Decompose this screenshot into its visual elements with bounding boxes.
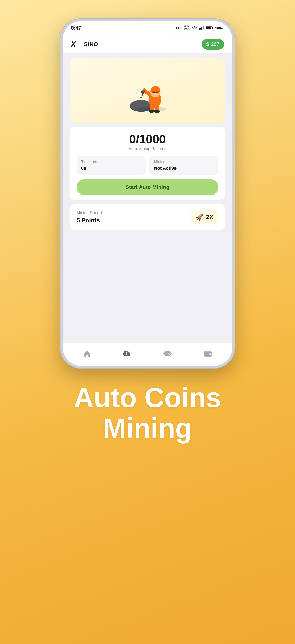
- logo-icon: X: [71, 40, 83, 48]
- balance-display: 0/1000 Auto Mining Balance: [77, 133, 218, 151]
- speed-indicator: 0.16KB/s: [184, 25, 190, 31]
- svg-rect-27: [165, 354, 166, 354]
- start-mining-button[interactable]: Start Auto Mining: [77, 179, 218, 195]
- nav-item-mining[interactable]: ₿: [118, 347, 136, 362]
- speed-label: Mining Speed: [77, 210, 102, 215]
- multiplier-value: 2X: [206, 214, 213, 221]
- nav-item-wallet[interactable]: [199, 348, 217, 361]
- gamepad-icon: [163, 350, 172, 358]
- status-time: 8:47: [71, 25, 81, 31]
- mining-illustration-card: [70, 58, 225, 122]
- logo-container: X SINO: [71, 40, 98, 48]
- balance-number: 0/1000: [77, 133, 218, 145]
- info-row: Time Left 0s Mining Not Active: [77, 156, 218, 174]
- time-left-box: Time Left 0s: [77, 156, 146, 174]
- svg-point-23: [138, 94, 140, 96]
- app-header: X SINO $ 227: [63, 35, 232, 54]
- time-left-label: Time Left: [81, 160, 141, 164]
- mining-status-label: Mining: [154, 160, 214, 164]
- page-title-section: Auto Coins Mining: [74, 382, 221, 443]
- nav-item-home[interactable]: [78, 347, 95, 362]
- status-icons: LTE 0.16KB/s: [176, 25, 224, 31]
- svg-text:X: X: [71, 40, 76, 48]
- svg-rect-2: [201, 27, 202, 30]
- main-content: 0/1000 Auto Mining Balance Time Left 0s …: [63, 54, 232, 343]
- svg-point-14: [149, 110, 154, 113]
- svg-text:₿: ₿: [126, 352, 127, 356]
- miner-illustration: [124, 65, 171, 116]
- battery-percent: 100%: [215, 26, 224, 30]
- svg-point-18: [153, 92, 154, 93]
- svg-point-19: [156, 92, 157, 93]
- svg-rect-3: [203, 26, 203, 30]
- svg-rect-6: [206, 27, 211, 29]
- svg-point-28: [169, 353, 170, 354]
- svg-rect-17: [152, 91, 159, 93]
- nav-item-games[interactable]: [158, 348, 177, 361]
- home-icon: [83, 350, 91, 359]
- balance-amount: 227: [211, 41, 219, 47]
- speed-value: 5 Points: [77, 217, 102, 224]
- wallet-icon: [204, 350, 212, 359]
- balance-badge[interactable]: $ 227: [202, 39, 224, 50]
- multiplier-badge[interactable]: 🚀 2X: [191, 210, 218, 224]
- balance-label: Auto Mining Balance: [77, 146, 218, 151]
- bottom-nav: ₿: [63, 343, 232, 366]
- mining-status-value: Not Active: [154, 166, 214, 171]
- currency-icon: $: [206, 41, 209, 47]
- svg-rect-33: [204, 351, 210, 352]
- phone-inner: 8:47 LTE 0.16KB/s: [63, 21, 232, 366]
- page-title-line2: Mining: [74, 413, 221, 443]
- svg-rect-5: [212, 27, 213, 28]
- phone-outer: 8:47 LTE 0.16KB/s: [60, 18, 235, 368]
- svg-point-15: [154, 110, 160, 113]
- signal-icon: [199, 26, 204, 30]
- rocket-icon: 🚀: [196, 213, 204, 221]
- time-left-value: 0s: [81, 166, 141, 171]
- svg-point-31: [169, 354, 170, 355]
- mining-status-box: Mining Not Active: [149, 156, 218, 174]
- logo-text: SINO: [84, 41, 98, 48]
- svg-point-29: [170, 353, 171, 354]
- battery-icon: [206, 26, 213, 30]
- svg-rect-1: [200, 28, 201, 30]
- wifi-icon: [192, 26, 197, 30]
- lte-icon: LTE: [176, 26, 182, 30]
- page-title-line1: Auto Coins: [74, 382, 221, 413]
- stats-card: 0/1000 Auto Mining Balance Time Left 0s …: [70, 127, 225, 200]
- svg-rect-0: [199, 28, 200, 30]
- speed-info: Mining Speed 5 Points: [77, 210, 102, 224]
- notch: [127, 32, 168, 38]
- speed-card: Mining Speed 5 Points 🚀 2X: [70, 204, 225, 230]
- svg-point-35: [209, 354, 210, 355]
- svg-point-30: [168, 353, 169, 354]
- empty-area: [70, 234, 225, 338]
- bitcoin-cloud-icon: ₿: [122, 350, 132, 359]
